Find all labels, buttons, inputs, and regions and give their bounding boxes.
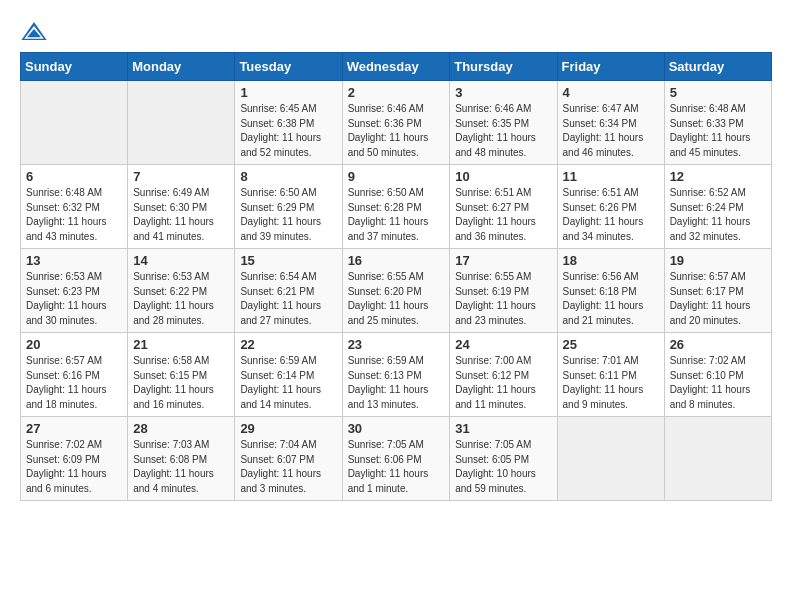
calendar-cell bbox=[664, 417, 771, 501]
calendar-cell: 30Sunrise: 7:05 AM Sunset: 6:06 PM Dayli… bbox=[342, 417, 450, 501]
day-detail: Sunrise: 6:48 AM Sunset: 6:32 PM Dayligh… bbox=[26, 186, 122, 244]
weekday-header-saturday: Saturday bbox=[664, 53, 771, 81]
day-detail: Sunrise: 6:46 AM Sunset: 6:36 PM Dayligh… bbox=[348, 102, 445, 160]
weekday-header-wednesday: Wednesday bbox=[342, 53, 450, 81]
calendar-cell bbox=[557, 417, 664, 501]
day-detail: Sunrise: 6:58 AM Sunset: 6:15 PM Dayligh… bbox=[133, 354, 229, 412]
calendar-cell: 2Sunrise: 6:46 AM Sunset: 6:36 PM Daylig… bbox=[342, 81, 450, 165]
day-detail: Sunrise: 6:52 AM Sunset: 6:24 PM Dayligh… bbox=[670, 186, 766, 244]
day-detail: Sunrise: 6:50 AM Sunset: 6:29 PM Dayligh… bbox=[240, 186, 336, 244]
calendar-week-2: 6Sunrise: 6:48 AM Sunset: 6:32 PM Daylig… bbox=[21, 165, 772, 249]
calendar-cell: 7Sunrise: 6:49 AM Sunset: 6:30 PM Daylig… bbox=[128, 165, 235, 249]
calendar-cell: 5Sunrise: 6:48 AM Sunset: 6:33 PM Daylig… bbox=[664, 81, 771, 165]
calendar-header: SundayMondayTuesdayWednesdayThursdayFrid… bbox=[21, 53, 772, 81]
day-detail: Sunrise: 6:57 AM Sunset: 6:16 PM Dayligh… bbox=[26, 354, 122, 412]
day-number: 20 bbox=[26, 337, 122, 352]
day-number: 16 bbox=[348, 253, 445, 268]
day-detail: Sunrise: 7:05 AM Sunset: 6:06 PM Dayligh… bbox=[348, 438, 445, 496]
day-detail: Sunrise: 7:02 AM Sunset: 6:09 PM Dayligh… bbox=[26, 438, 122, 496]
day-number: 21 bbox=[133, 337, 229, 352]
calendar-cell: 26Sunrise: 7:02 AM Sunset: 6:10 PM Dayli… bbox=[664, 333, 771, 417]
day-detail: Sunrise: 7:03 AM Sunset: 6:08 PM Dayligh… bbox=[133, 438, 229, 496]
calendar-body: 1Sunrise: 6:45 AM Sunset: 6:38 PM Daylig… bbox=[21, 81, 772, 501]
calendar-week-4: 20Sunrise: 6:57 AM Sunset: 6:16 PM Dayli… bbox=[21, 333, 772, 417]
day-detail: Sunrise: 7:01 AM Sunset: 6:11 PM Dayligh… bbox=[563, 354, 659, 412]
calendar-cell: 13Sunrise: 6:53 AM Sunset: 6:23 PM Dayli… bbox=[21, 249, 128, 333]
day-detail: Sunrise: 6:54 AM Sunset: 6:21 PM Dayligh… bbox=[240, 270, 336, 328]
day-number: 29 bbox=[240, 421, 336, 436]
calendar-table: SundayMondayTuesdayWednesdayThursdayFrid… bbox=[20, 52, 772, 501]
logo-icon bbox=[20, 20, 48, 42]
day-detail: Sunrise: 6:51 AM Sunset: 6:26 PM Dayligh… bbox=[563, 186, 659, 244]
day-number: 24 bbox=[455, 337, 551, 352]
calendar-cell: 27Sunrise: 7:02 AM Sunset: 6:09 PM Dayli… bbox=[21, 417, 128, 501]
day-number: 26 bbox=[670, 337, 766, 352]
day-number: 17 bbox=[455, 253, 551, 268]
calendar-cell: 14Sunrise: 6:53 AM Sunset: 6:22 PM Dayli… bbox=[128, 249, 235, 333]
weekday-header-monday: Monday bbox=[128, 53, 235, 81]
calendar-cell: 6Sunrise: 6:48 AM Sunset: 6:32 PM Daylig… bbox=[21, 165, 128, 249]
weekday-row: SundayMondayTuesdayWednesdayThursdayFrid… bbox=[21, 53, 772, 81]
weekday-header-friday: Friday bbox=[557, 53, 664, 81]
day-number: 27 bbox=[26, 421, 122, 436]
day-number: 14 bbox=[133, 253, 229, 268]
calendar-cell: 3Sunrise: 6:46 AM Sunset: 6:35 PM Daylig… bbox=[450, 81, 557, 165]
day-number: 30 bbox=[348, 421, 445, 436]
day-detail: Sunrise: 6:50 AM Sunset: 6:28 PM Dayligh… bbox=[348, 186, 445, 244]
calendar-cell: 9Sunrise: 6:50 AM Sunset: 6:28 PM Daylig… bbox=[342, 165, 450, 249]
calendar-cell: 23Sunrise: 6:59 AM Sunset: 6:13 PM Dayli… bbox=[342, 333, 450, 417]
day-number: 28 bbox=[133, 421, 229, 436]
day-number: 5 bbox=[670, 85, 766, 100]
day-detail: Sunrise: 6:55 AM Sunset: 6:19 PM Dayligh… bbox=[455, 270, 551, 328]
calendar-cell: 8Sunrise: 6:50 AM Sunset: 6:29 PM Daylig… bbox=[235, 165, 342, 249]
calendar-cell: 29Sunrise: 7:04 AM Sunset: 6:07 PM Dayli… bbox=[235, 417, 342, 501]
day-detail: Sunrise: 6:53 AM Sunset: 6:23 PM Dayligh… bbox=[26, 270, 122, 328]
day-number: 25 bbox=[563, 337, 659, 352]
calendar-cell bbox=[21, 81, 128, 165]
day-number: 18 bbox=[563, 253, 659, 268]
calendar-cell: 12Sunrise: 6:52 AM Sunset: 6:24 PM Dayli… bbox=[664, 165, 771, 249]
calendar-cell bbox=[128, 81, 235, 165]
page-header bbox=[20, 20, 772, 42]
calendar-week-5: 27Sunrise: 7:02 AM Sunset: 6:09 PM Dayli… bbox=[21, 417, 772, 501]
day-number: 13 bbox=[26, 253, 122, 268]
calendar-cell: 19Sunrise: 6:57 AM Sunset: 6:17 PM Dayli… bbox=[664, 249, 771, 333]
calendar-cell: 10Sunrise: 6:51 AM Sunset: 6:27 PM Dayli… bbox=[450, 165, 557, 249]
day-detail: Sunrise: 6:57 AM Sunset: 6:17 PM Dayligh… bbox=[670, 270, 766, 328]
day-detail: Sunrise: 6:51 AM Sunset: 6:27 PM Dayligh… bbox=[455, 186, 551, 244]
day-detail: Sunrise: 6:49 AM Sunset: 6:30 PM Dayligh… bbox=[133, 186, 229, 244]
day-number: 2 bbox=[348, 85, 445, 100]
day-number: 19 bbox=[670, 253, 766, 268]
calendar-cell: 17Sunrise: 6:55 AM Sunset: 6:19 PM Dayli… bbox=[450, 249, 557, 333]
day-number: 9 bbox=[348, 169, 445, 184]
weekday-header-tuesday: Tuesday bbox=[235, 53, 342, 81]
day-detail: Sunrise: 7:04 AM Sunset: 6:07 PM Dayligh… bbox=[240, 438, 336, 496]
calendar-cell: 22Sunrise: 6:59 AM Sunset: 6:14 PM Dayli… bbox=[235, 333, 342, 417]
calendar-cell: 4Sunrise: 6:47 AM Sunset: 6:34 PM Daylig… bbox=[557, 81, 664, 165]
day-detail: Sunrise: 7:02 AM Sunset: 6:10 PM Dayligh… bbox=[670, 354, 766, 412]
day-number: 7 bbox=[133, 169, 229, 184]
day-number: 12 bbox=[670, 169, 766, 184]
weekday-header-sunday: Sunday bbox=[21, 53, 128, 81]
day-detail: Sunrise: 7:05 AM Sunset: 6:05 PM Dayligh… bbox=[455, 438, 551, 496]
calendar-cell: 1Sunrise: 6:45 AM Sunset: 6:38 PM Daylig… bbox=[235, 81, 342, 165]
day-number: 3 bbox=[455, 85, 551, 100]
calendar-cell: 16Sunrise: 6:55 AM Sunset: 6:20 PM Dayli… bbox=[342, 249, 450, 333]
day-detail: Sunrise: 6:48 AM Sunset: 6:33 PM Dayligh… bbox=[670, 102, 766, 160]
day-number: 10 bbox=[455, 169, 551, 184]
day-number: 11 bbox=[563, 169, 659, 184]
day-detail: Sunrise: 6:59 AM Sunset: 6:14 PM Dayligh… bbox=[240, 354, 336, 412]
weekday-header-thursday: Thursday bbox=[450, 53, 557, 81]
day-detail: Sunrise: 6:53 AM Sunset: 6:22 PM Dayligh… bbox=[133, 270, 229, 328]
calendar-cell: 24Sunrise: 7:00 AM Sunset: 6:12 PM Dayli… bbox=[450, 333, 557, 417]
day-number: 6 bbox=[26, 169, 122, 184]
day-number: 4 bbox=[563, 85, 659, 100]
day-number: 22 bbox=[240, 337, 336, 352]
calendar-cell: 25Sunrise: 7:01 AM Sunset: 6:11 PM Dayli… bbox=[557, 333, 664, 417]
calendar-week-1: 1Sunrise: 6:45 AM Sunset: 6:38 PM Daylig… bbox=[21, 81, 772, 165]
day-number: 15 bbox=[240, 253, 336, 268]
calendar-cell: 20Sunrise: 6:57 AM Sunset: 6:16 PM Dayli… bbox=[21, 333, 128, 417]
day-number: 1 bbox=[240, 85, 336, 100]
day-detail: Sunrise: 6:56 AM Sunset: 6:18 PM Dayligh… bbox=[563, 270, 659, 328]
day-detail: Sunrise: 6:46 AM Sunset: 6:35 PM Dayligh… bbox=[455, 102, 551, 160]
